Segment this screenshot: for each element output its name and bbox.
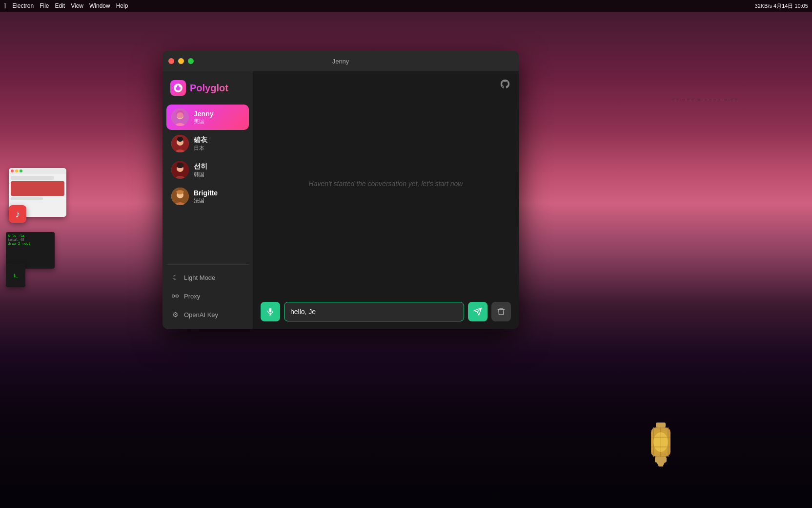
character-info-brigitte: Brigitte 法国 [194, 189, 218, 204]
delete-button[interactable] [491, 302, 511, 321]
menu-window-item[interactable]: Window [89, 2, 110, 9]
menu-file-item[interactable]: File [40, 2, 49, 9]
window-title: Jenny [332, 58, 349, 65]
svg-rect-9 [177, 137, 183, 142]
proxy-icon [171, 292, 179, 300]
menu-bar-left:  Electron Light Mode File Edit View Win… [4, 2, 128, 10]
character-list: Jenny 美国 碧衣 [166, 105, 249, 262]
character-name-brigitte: Brigitte [194, 189, 218, 197]
maximize-button[interactable] [188, 58, 194, 64]
character-item-sunhui[interactable]: 선히 韩国 [166, 157, 249, 183]
chat-messages-empty: Haven't started the conversation yet, le… [253, 71, 519, 296]
svg-rect-28 [655, 457, 667, 463]
character-item-brigitte[interactable]: Brigitte 法国 [166, 184, 249, 209]
main-content: Polyglot Jenny 美 [162, 71, 519, 329]
avatar-jenny [171, 108, 189, 126]
svg-point-3 [179, 85, 181, 87]
github-button[interactable] [497, 76, 513, 92]
svg-rect-12 [177, 163, 183, 168]
character-name-jenny: Jenny [194, 110, 213, 118]
app-header: Polyglot [166, 77, 249, 103]
apple-logo-icon:  [4, 2, 6, 10]
menu-help-item[interactable]: Help [116, 2, 128, 9]
menu-edit-item[interactable]: Edit [55, 2, 65, 9]
chat-area: Haven't started the conversation yet, le… [253, 71, 519, 329]
close-button[interactable] [168, 58, 174, 64]
character-name-sunhui: 선히 [194, 162, 207, 171]
avatar-brigitte [171, 188, 189, 205]
chat-input[interactable] [284, 302, 464, 321]
music-app-icon: ♪ [9, 205, 26, 223]
svg-rect-21 [656, 423, 666, 427]
app-menu-electron[interactable]: Electron [12, 2, 34, 9]
minimize-button[interactable] [178, 58, 184, 64]
svg-marker-29 [657, 463, 665, 466]
menu-bar:  Electron Light Mode File Edit View Win… [0, 0, 812, 12]
menu-bar-status: 32KB/s 4月14日 10:05 [755, 2, 808, 10]
character-info-sunhui: 선히 韩国 [194, 162, 207, 178]
character-info-jenny: Jenny 美国 [194, 110, 213, 125]
openai-key-icon: ⚙ [171, 311, 179, 318]
character-item-biyi[interactable]: 碧衣 日本 [166, 131, 249, 156]
character-country-jenny: 美国 [194, 118, 213, 125]
avatar-sunhui [171, 161, 189, 179]
chat-input-area [253, 296, 519, 329]
svg-point-2 [175, 85, 177, 87]
svg-point-32 [651, 430, 670, 454]
svg-point-15 [172, 295, 175, 297]
light-mode-icon: ☾ [171, 274, 179, 281]
character-name-biyi: 碧衣 [194, 136, 207, 145]
sidebar: Polyglot Jenny 美 [162, 71, 253, 329]
character-country-biyi: 日本 [194, 145, 207, 152]
mic-button[interactable] [261, 302, 280, 321]
openai-key-label: OpenAI Key [184, 311, 218, 318]
svg-point-6 [176, 110, 184, 118]
lantern-decoration [641, 420, 680, 469]
app-name: Polyglot [190, 83, 228, 94]
empty-chat-message: Haven't started the conversation yet, le… [309, 180, 463, 188]
character-item-jenny[interactable]: Jenny 美国 [166, 105, 249, 130]
svg-rect-18 [269, 308, 272, 313]
menu-view-item[interactable]: View [71, 2, 83, 9]
bird-flock-decoration: ∼∼ ∼∼∼ ∼ ∼∼∼∼ ∼ ∼∼ [671, 98, 739, 102]
openai-key-menu-item[interactable]: ⚙ OpenAI Key [166, 306, 249, 323]
send-button[interactable] [468, 302, 487, 321]
character-info-biyi: 碧衣 日本 [194, 136, 207, 152]
proxy-menu-item[interactable]: Proxy [166, 287, 249, 305]
character-country-sunhui: 韩国 [194, 171, 207, 178]
terminal-icon: $_ [6, 264, 25, 287]
proxy-label: Proxy [184, 293, 200, 300]
menu-bar-right: 32KB/s 4月14日 10:05 [755, 2, 808, 10]
sidebar-bottom: ☾ Light Mode Proxy ⚙ OpenAI K [166, 264, 249, 323]
window-controls [168, 58, 194, 64]
character-country-brigitte: 法国 [194, 197, 218, 204]
app-window: Jenny Polyglot [162, 51, 519, 329]
svg-point-16 [176, 295, 179, 297]
light-mode-label: Light Mode [184, 274, 215, 281]
title-bar: Jenny [162, 51, 519, 71]
avatar-biyi [171, 135, 189, 152]
background-window-2: $ ls -la total 48 drwx 2 root [6, 232, 55, 269]
app-logo [170, 80, 186, 96]
light-mode-menu-item[interactable]: ☾ Light Mode [166, 269, 249, 286]
